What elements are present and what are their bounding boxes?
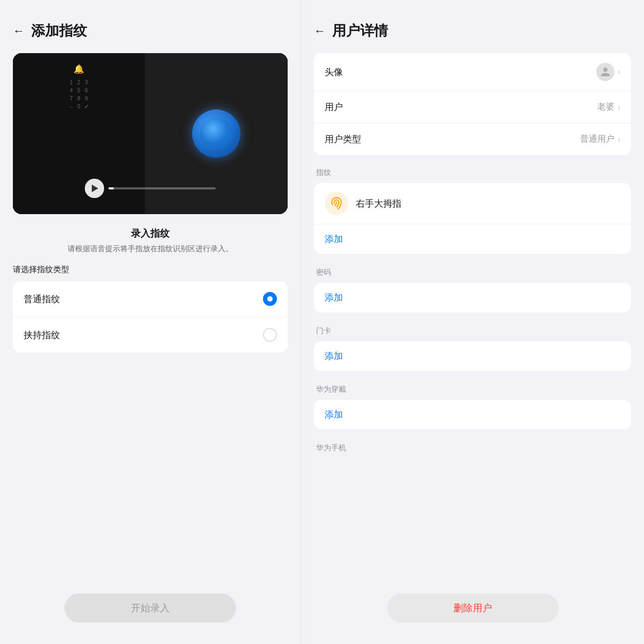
avatar-right: ›	[596, 63, 620, 81]
select-label: 请选择指纹类型	[13, 265, 288, 275]
start-button[interactable]: 开始录入	[64, 594, 236, 623]
user-type-label: 用户类型	[325, 133, 361, 145]
huawei-phone-label: 华为手机	[316, 443, 631, 453]
left-header: ← 添加指纹	[13, 21, 288, 40]
delete-button[interactable]: 删除用户	[387, 594, 559, 623]
key-check: ✓	[84, 104, 89, 109]
progress-bar	[108, 187, 216, 189]
avatar-row[interactable]: 头像 ›	[314, 53, 631, 91]
right-back-button[interactable]: ←	[314, 24, 326, 38]
radio-grip[interactable]	[263, 328, 277, 342]
fingerprint-group: 指纹 右手大拇指 添加	[314, 168, 631, 257]
user-type-row[interactable]: 用户类型 普通用户 ›	[314, 123, 631, 155]
user-value: 老婆	[597, 101, 614, 113]
fingerprint-add-button[interactable]: 添加	[314, 224, 631, 254]
instruction-text: 请根据语音提示将手指放在指纹识别区进行录入。	[13, 244, 288, 254]
fingerprint-name: 右手大拇指	[356, 197, 401, 210]
delete-button-label: 删除用户	[453, 602, 492, 614]
right-panel: ← 用户详情 头像 › 用户 老婆 › 用户类型 普通用户	[301, 0, 644, 644]
instruction-title: 录入指纹	[13, 227, 288, 240]
huawei-wear-group: 华为穿戴 添加	[314, 385, 631, 433]
option-normal-label: 普通指纹	[24, 293, 60, 305]
key-0: 0	[76, 104, 82, 109]
password-group: 密码 添加	[314, 268, 631, 316]
card-group: 门卡 添加	[314, 326, 631, 374]
fingerprint-card: 右手大拇指 添加	[314, 183, 631, 254]
fingerprint-item-row[interactable]: 右手大拇指	[314, 183, 631, 224]
play-button-area[interactable]	[85, 179, 216, 198]
options-card: 普通指纹 挟持指纹	[13, 281, 288, 353]
key-back: ←	[69, 104, 74, 109]
password-card: 添加	[314, 283, 631, 312]
user-chevron: ›	[618, 103, 620, 112]
fingerprint-inner	[200, 118, 232, 150]
left-back-button[interactable]: ←	[13, 24, 25, 38]
avatar-chevron: ›	[618, 67, 620, 77]
avatar	[596, 63, 614, 81]
right-title: 用户详情	[332, 21, 388, 40]
keypad: 1 2 3 4 5 6 7 8 9 ← 0 ✓	[56, 79, 102, 109]
radio-normal[interactable]	[263, 292, 277, 306]
huawei-wear-label: 华为穿戴	[316, 385, 631, 394]
key-4: 4	[69, 87, 74, 93]
user-type-right: 普通用户 ›	[580, 134, 620, 145]
key-9: 9	[84, 96, 89, 101]
progress-fill	[108, 187, 114, 189]
huawei-phone-group: 华为手机	[314, 443, 631, 458]
user-right: 老婆 ›	[597, 101, 620, 113]
card-add-label: 添加	[325, 351, 343, 361]
option-normal-fingerprint[interactable]: 普通指纹	[13, 281, 288, 317]
user-label: 用户	[325, 101, 343, 113]
fingerprint-section-label: 指纹	[316, 168, 631, 178]
fingerprint-add-label: 添加	[325, 233, 343, 245]
key-6: 6	[84, 87, 89, 93]
password-add-label: 添加	[325, 292, 343, 303]
card-add-button[interactable]: 添加	[314, 341, 631, 371]
card-card: 添加	[314, 341, 631, 371]
key-2: 2	[76, 79, 82, 85]
password-add-button[interactable]: 添加	[314, 283, 631, 312]
huawei-wear-add-button[interactable]: 添加	[314, 400, 631, 429]
huawei-wear-card: 添加	[314, 400, 631, 429]
right-header: ← 用户详情	[314, 21, 631, 40]
key-1: 1	[69, 79, 74, 85]
user-type-value: 普通用户	[580, 134, 614, 145]
user-info-card: 头像 › 用户 老婆 › 用户类型 普通用户 ›	[314, 53, 631, 155]
video-area: 🔔 1 2 3 4 5 6 7 8 9 ← 0 ✓	[13, 53, 288, 214]
password-section-label: 密码	[316, 268, 631, 277]
play-triangle	[92, 185, 98, 192]
bell-icon: 🔔	[74, 64, 84, 74]
radio-normal-inner	[267, 296, 273, 302]
avatar-label: 头像	[325, 66, 343, 78]
key-7: 7	[69, 96, 74, 101]
left-title: 添加指纹	[31, 21, 87, 40]
start-button-container: 开始录入	[13, 594, 288, 623]
fingerprint-circle	[192, 109, 240, 158]
card-section-label: 门卡	[316, 326, 631, 336]
left-panel: ← 添加指纹 🔔 1 2 3 4 5 6 7 8 9 ← 0 ✓	[0, 0, 301, 644]
play-icon[interactable]	[85, 179, 104, 198]
delete-button-container: 删除用户	[314, 583, 631, 623]
huawei-wear-add-label: 添加	[325, 409, 343, 420]
key-8: 8	[76, 96, 82, 101]
option-grip-label: 挟持指纹	[24, 329, 60, 341]
start-button-label: 开始录入	[131, 602, 170, 614]
option-grip-fingerprint[interactable]: 挟持指纹	[13, 317, 288, 353]
key-5: 5	[76, 87, 82, 93]
user-row[interactable]: 用户 老婆 ›	[314, 91, 631, 123]
key-3: 3	[84, 79, 89, 85]
user-type-chevron: ›	[618, 135, 620, 144]
fingerprint-icon	[325, 192, 348, 215]
